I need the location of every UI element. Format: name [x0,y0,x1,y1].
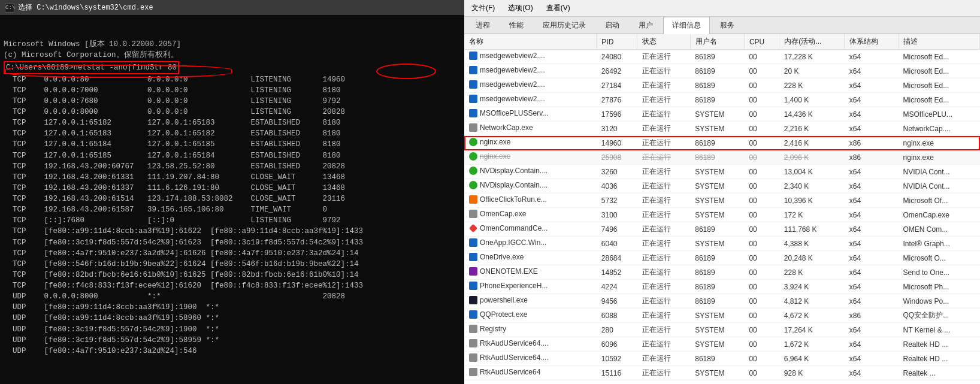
tab-详细信息[interactable]: 详细信息 [663,17,710,34]
proc-cell: x64 [845,280,899,294]
proc-cell: 00 [744,222,779,237]
proc-icon [469,282,477,290]
table-row[interactable]: powershell.exe9456正在运行86189004,812 Kx64W… [464,294,980,309]
tab-用户[interactable]: 用户 [630,17,662,34]
menu-options[interactable]: 选项(O) [506,2,535,14]
proc-cell: 00 [744,366,779,380]
table-row[interactable]: OmenCommandCe...7496正在运行8618900111,768 K… [464,222,980,237]
table-row[interactable]: NetworkCap.exe3120正在运行SYSTEM002,216 Kx64… [464,122,980,136]
table-row[interactable]: msedgewebview2....24080正在运行861890017,228… [464,50,980,64]
proc-cell: 86189 [690,93,744,107]
proc-cell: x64 [845,294,899,309]
table-row[interactable]: NVDisplay.Contain....3260正在运行SYSTEM0013,… [464,165,980,179]
proc-name-text: OmenCap.exe [480,210,526,218]
proc-cell: x64 [845,265,899,280]
proc-cell: SYSTEM [690,309,744,323]
table-row[interactable]: OfficeClickToRun.e...5732正在运行SYSTEM0010,… [464,193,980,208]
col-状态[interactable]: 状态 [637,34,690,50]
proc-cell: 正在运行 [637,78,690,93]
proc-cell: 86189 [690,294,744,309]
proc-icon [469,109,477,117]
tab-性能[interactable]: 性能 [500,17,533,34]
tab-启动[interactable]: 启动 [596,17,628,34]
proc-cell: SYSTEM [690,337,744,352]
proc-cell: Microsoft Of... [899,193,980,208]
proc-cell: 00 [744,265,779,280]
col-内存(活动...[interactable]: 内存(活动... [779,34,845,50]
cmd-line: TCP 127.0.0.1:65183 127.0.0.1:65182 ESTA… [4,128,461,139]
table-row[interactable]: msedgewebview2....27876正在运行86189001,400 … [464,93,980,107]
table-row[interactable]: RtkAudUService6415116正在运行SYSTEM00928 Kx6… [464,366,980,380]
proc-cell: 86189 [690,64,744,78]
proc-cell: 172 K [779,208,845,222]
table-row[interactable]: RtkAudUService64....10592正在运行86189006,96… [464,352,980,366]
cmd-body: Microsoft Windows [版本 10.0.22000.2057](c… [0,15,464,359]
proc-cell: NVIDIA Cont... [899,179,980,193]
proc-cell: 4,388 K [779,237,845,251]
table-row[interactable]: NVDisplay.Contain....4036正在运行SYSTEM002,3… [464,179,980,193]
proc-name-cell: OmenCap.exe [464,208,584,220]
cmd-icon: C:\ [5,3,14,13]
proc-cell: 27184 [597,78,637,93]
proc-cell: x64 [845,208,899,222]
proc-name-cell: NVDisplay.Contain.... [464,165,584,177]
cmd-line: TCP 0.0.0.0:7000 0.0.0.0:0 LISTENING 818… [4,85,461,96]
proc-cell: Microsoft Ed... [899,93,980,107]
proc-cell: 00 [744,294,779,309]
proc-cell: 86189 [690,352,744,366]
proc-cell: 4036 [597,179,637,193]
col-体系结构[interactable]: 体系结构 [845,34,899,50]
proc-name-text: OneDrive.exe [480,253,524,261]
cmd-panel: C:\ 选择 C:\windows\system32\cmd.exe Micro… [0,0,464,384]
menu-file[interactable]: 文件(F) [469,2,497,14]
table-row[interactable]: Registry280正在运行SYSTEM0017,264 Kx64NT Ker… [464,323,980,337]
table-row[interactable]: OneDrive.exe28684正在运行861890020,248 Kx64M… [464,251,980,265]
proc-name-cell: MSOfficePLUSServ... [464,107,584,119]
proc-cell: 28684 [597,251,637,265]
proc-name-text: OfficeClickToRun.e... [480,195,547,204]
col-PID[interactable]: PID [597,34,637,50]
proc-cell: x64 [845,179,899,193]
process-table: 名称PID状态用户名CPU内存(活动...体系结构描述 msedgewebvie… [464,34,980,380]
table-row[interactable]: ONENOTEM.EXE14852正在运行8618900228 Kx64Send… [464,265,980,280]
proc-cell: 正在运行 [637,222,690,237]
col-描述[interactable]: 描述 [899,34,980,50]
col-名称[interactable]: 名称 [464,34,597,50]
proc-icon [469,325,477,333]
proc-cell: SYSTEM [690,208,744,222]
col-用户名[interactable]: 用户名 [690,34,744,50]
proc-icon [469,167,477,175]
proc-cell: 4224 [597,280,637,294]
proc-cell: SYSTEM [690,366,744,380]
proc-cell: 280 [597,323,637,337]
table-row[interactable]: msedgewebview2....27184正在运行8618900228 Kx… [464,78,980,93]
table-row[interactable]: RtkAudUService64....6096正在运行SYSTEM001,67… [464,337,980,352]
proc-cell: 正在运行 [637,64,690,78]
table-row[interactable]: OmenCap.exe3100正在运行SYSTEM00172 Kx64OmenC… [464,208,980,222]
proc-name-cell: NetworkCap.exe [464,122,584,134]
table-row[interactable]: nginx.exe25908正在运行86189002,096 Kx86nginx… [464,150,980,165]
table-row[interactable]: MSOfficePLUSServ...17596正在运行SYSTEM0014,4… [464,107,980,122]
proc-cell: 正在运行 [637,208,690,222]
col-CPU[interactable]: CPU [744,34,779,50]
table-row[interactable]: OneApp.IGCC.Win...6040正在运行SYSTEM004,388 … [464,237,980,251]
table-row[interactable]: QQProtect.exe6088正在运行SYSTEM004,672 Kx86Q… [464,309,980,323]
proc-cell: SYSTEM [690,179,744,193]
proc-cell: 86189 [690,251,744,265]
proc-cell: 00 [744,208,779,222]
proc-cell: x64 [845,222,899,237]
proc-cell: SYSTEM [690,193,744,208]
tab-应用历史记录[interactable]: 应用历史记录 [534,17,595,34]
tab-进程[interactable]: 进程 [467,17,499,34]
table-row[interactable]: PhoneExperienceH...4224正在运行86189003,924 … [464,280,980,294]
tab-服务[interactable]: 服务 [711,17,743,34]
proc-name-text: OmenCommandCe... [480,224,548,232]
process-table-container[interactable]: 名称PID状态用户名CPU内存(活动...体系结构描述 msedgewebvie… [464,34,980,384]
proc-name-cell: OneDrive.exe [464,251,584,263]
table-row[interactable]: msedgewebview2....26492正在运行861890020 Kx6… [464,64,980,78]
table-row[interactable]: nginx.exe14960正在运行86189002,416 Kx86nginx… [464,136,980,150]
proc-cell: OMEN Com... [899,222,980,237]
menu-view[interactable]: 查看(V) [544,2,573,14]
proc-cell: Microsoft Ph... [899,280,980,294]
proc-cell: 正在运行 [637,280,690,294]
